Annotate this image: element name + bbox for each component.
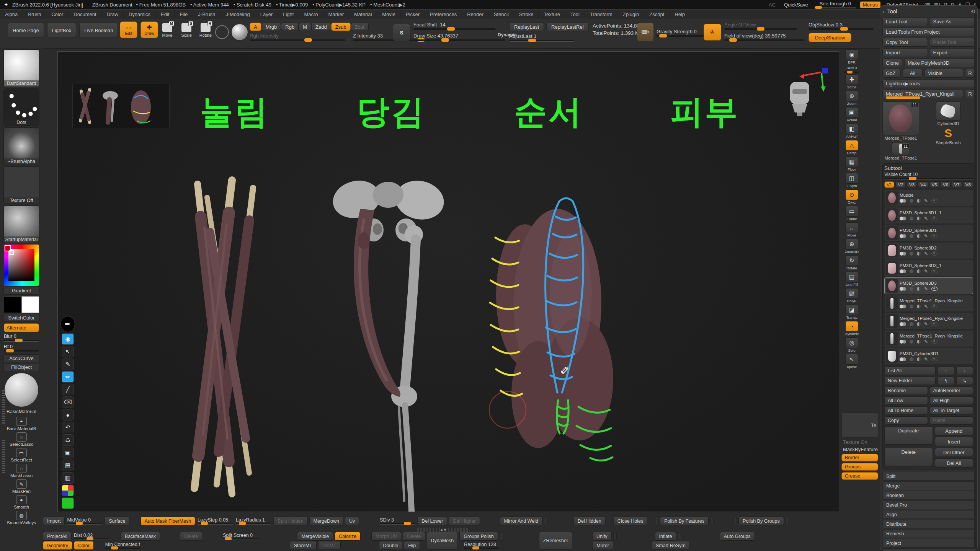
polypaint-icon[interactable] [900,340,903,344]
panel-scrollbar[interactable] [974,13,977,549]
bottom-bar-item[interactable] [544,517,547,525]
field-of-view-slider[interactable]: Field of view(deg) 39.59775 [724,33,805,41]
displacement-icon[interactable] [917,357,921,361]
make-polymesh3d-button[interactable]: Make PolyMesh3D [904,59,975,67]
menu-item[interactable]: J-Modeling [220,10,255,19]
rotate3d-button[interactable]: ↻ Rotate [843,255,860,271]
goz-button[interactable]: GoZ [882,69,901,78]
scale-button[interactable]: S Scale [178,23,195,37]
material-b-picker[interactable]: ◓ BasicMaterialB [4,416,39,432]
stroke-picker[interactable]: Dots [3,88,39,126]
bpr-button[interactable]: ◉ BPR [843,49,860,65]
bottom-bar-item[interactable]: Min Connected f [105,541,141,550]
menu-item[interactable]: Material [349,10,377,19]
polypaint-icon[interactable] [900,199,903,203]
color-picker[interactable] [4,245,39,286]
displacement-icon[interactable] [917,252,921,256]
menu-item[interactable]: Layer [255,10,278,19]
uv-icon[interactable] [910,269,913,273]
local-symmetry-button[interactable]: ◫ L.Sym [843,173,860,188]
xpose-button[interactable]: ↖ Xpose [843,354,860,369]
displacement-icon[interactable] [917,340,921,344]
gradient-label[interactable]: Gradient [3,287,39,295]
qxyz-button[interactable]: ⊙ Qxyz [843,189,860,205]
adjust-last-slider[interactable]: AdjustLast 1 [509,34,574,42]
lightbox-tools-button[interactable]: Lightbox▶Tools [882,79,975,88]
brush-icon[interactable]: ✎ [924,234,928,238]
bottom-bar-item[interactable]: Close Holes [613,517,647,525]
shelf-button[interactable]: LightBox [47,23,77,38]
cursor-icon[interactable]: ↖ [62,346,74,357]
uv-icon[interactable] [910,287,913,291]
bottom-bar-item[interactable]: Groups Polish [459,532,498,541]
append-button[interactable]: Append [935,426,973,435]
subtool-view-tab[interactable]: V1 [884,181,894,188]
displacement-icon[interactable] [917,217,921,220]
uv-icon[interactable] [910,357,913,361]
menu-item[interactable]: J-Brush [193,10,220,19]
goz-visible-button[interactable]: Visible [924,69,963,78]
palette-section-header[interactable]: Split [882,472,975,481]
polypaint-icon[interactable] [900,357,903,361]
groups-button[interactable]: Groups [841,463,878,471]
bottom-bar-item[interactable]: Delete [403,532,425,541]
transparency-button[interactable]: ◪ Transp [843,304,860,320]
select-rect-brush[interactable]: ▭ SelectRect [4,447,39,463]
scroll-button[interactable]: ✚ Scroll [843,74,860,90]
polypaint-icon[interactable] [900,269,903,273]
bottom-bar-item[interactable]: Delete [180,532,202,541]
zoom3d-button[interactable]: ⊕ Zoom3D [843,238,860,254]
bottom-bar-item[interactable]: Morph UV [371,532,401,541]
eye-icon[interactable] [931,304,938,308]
m-button[interactable]: M [299,23,311,31]
pen-tool-icon[interactable]: ✒ [60,316,75,332]
bottom-bar-item[interactable] [710,517,714,525]
rgb-button[interactable]: Rgb [281,23,299,31]
paste-subtool-button[interactable]: Paste [930,416,973,425]
displacement-icon[interactable] [917,322,921,326]
bottom-bar-item[interactable]: Split Screen 0 [222,532,259,541]
active-tool-button[interactable]: Merged_TPose1_Ryan_Kingsli [882,90,963,98]
polypaint-icon[interactable] [900,287,903,291]
subtool-list-item[interactable]: PM3D_Sphere3D3_1 ✎ [884,260,973,277]
bottom-bar-item[interactable]: Mirror And Weld [500,517,542,525]
menu-item[interactable]: Help [670,10,690,19]
bottom-bar-item[interactable]: Unify [592,532,611,541]
menu-item[interactable]: Marker [323,10,349,19]
ac-toggle[interactable]: AC [766,2,778,8]
shelf-button[interactable]: Live Boolean [79,23,118,38]
subtool-up-button[interactable]: ↑ [938,367,954,375]
move3d-button[interactable]: ↔ Move [843,222,860,238]
replay-last-rel-button[interactable]: ReplayLastRel [546,22,589,31]
paste-tool-button[interactable]: Paste Tool [930,38,975,47]
active-tool-r-button[interactable]: R [965,90,975,98]
fold-up-button[interactable]: ↰ [938,377,954,385]
floor-button[interactable]: ▦ Floor [843,156,860,172]
rf-slider[interactable]: Rf 0 [4,344,39,352]
uv-icon[interactable] [910,199,913,203]
mrgb-button[interactable]: Mrgb [261,23,281,31]
goz-r-button[interactable]: R [965,69,975,78]
menu-item[interactable]: Light [278,10,299,19]
all-to-target-button[interactable]: All To Target [930,406,973,415]
bottom-bar-item[interactable]: Resolution 128 [463,541,500,550]
bottom-bar-item[interactable] [678,532,681,541]
bottom-bar-item[interactable]: Polish By Features [660,517,709,525]
bottom-bar-item[interactable]: Auto Groups [720,532,755,541]
rgb-intensity-slider[interactable]: Rgb Intensity [250,33,345,41]
del-other-button[interactable]: Del Other [935,448,973,457]
uv-icon[interactable] [910,234,913,238]
menu-item[interactable]: Zscript [644,10,670,19]
mask-by-feature-button[interactable]: MaskByFeature [841,447,878,452]
subtool-list-item[interactable]: PM3D_Sphere3D1 ✎ [884,225,973,241]
menu-item[interactable]: Preferences [425,10,462,19]
line-fill-button[interactable]: ▤ Line Fill [843,271,860,287]
subtool-view-tab[interactable]: V2 [895,181,905,188]
subtool-list-item[interactable]: Merged_TPose1_Ryan_Kingslie ✎ [884,313,973,329]
eye-icon[interactable] [931,234,938,238]
bottom-bar-item[interactable]: LazyStep 0.05 [197,517,234,525]
fold-down-button[interactable]: ↳ [956,377,973,385]
bottom-bar-item[interactable]: Surface [105,517,129,525]
brush-icon[interactable]: ✎ [924,269,928,273]
rotate-button[interactable]: R Rotate [197,23,214,37]
